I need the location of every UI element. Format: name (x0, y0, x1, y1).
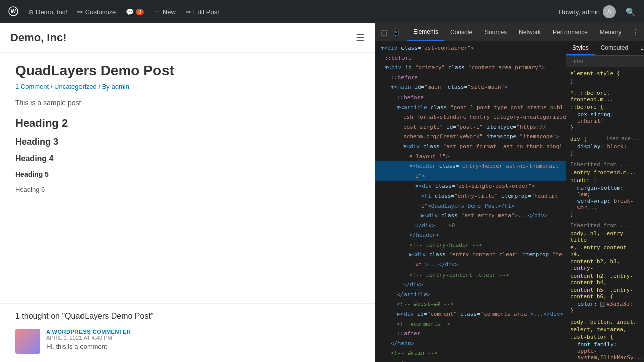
comments-section: 1 thought on "QuadLayers Demo Post" A WO… (0, 303, 375, 362)
style-prop: color: #3a3a3a; (570, 301, 640, 307)
tab-styles[interactable]: Styles (566, 41, 595, 55)
style-close-brace: } (570, 211, 640, 217)
dom-tree[interactable]: ▼<div class="ast-container"> ::before ▼<… (375, 41, 566, 362)
edit-post-button[interactable]: ✏ Edit Post (182, 0, 223, 23)
dom-line[interactable]: ▶<div class="entry-content clear" itempr… (375, 250, 566, 260)
tab-console[interactable]: Console (444, 23, 478, 41)
dom-line[interactable]: e">QuadLayers Demo Post</h1> (375, 201, 566, 211)
dom-line[interactable]: ::before (375, 93, 566, 103)
add-icon: ＋ (154, 7, 160, 16)
search-icon[interactable]: 🔍 (622, 7, 640, 17)
style-selector: ::before { (570, 104, 640, 110)
styles-panel: Styles Computed Lay... :hov element.styl… (566, 41, 644, 362)
post-title: QuadLayers Demo Post (15, 63, 360, 79)
dom-line[interactable]: schema.org/CreativeWork" itemscope="item… (375, 132, 566, 142)
customize-icon: ✏ (77, 8, 83, 16)
post-excerpt: This is a sample post (15, 99, 360, 107)
style-selector: content h2, .entry-content h4, (570, 273, 640, 286)
dom-line-selected[interactable]: ▼<header class="entry-header ast-no-thum… (375, 161, 566, 171)
site-name-button[interactable]: ⊕ Demo, Inc! (24, 0, 71, 23)
customize-button[interactable]: ✏ Customize (73, 0, 120, 23)
new-button[interactable]: ＋ New (150, 0, 180, 23)
heading-3: Heading 3 (15, 137, 360, 147)
howdy-section: Howdy, admin A (555, 5, 620, 18)
devtools-panel: ⬚ 📱 Elements Console Sources Network Per… (375, 23, 644, 362)
devtools-icons: ⬚ 📱 (375, 26, 407, 38)
style-selector: content h2, h3, .entry- (570, 258, 640, 272)
style-prop: word-wrap: break-wor... (570, 198, 640, 211)
tab-memory[interactable]: Memory (594, 23, 627, 41)
style-rule-body-h1: body, h1, .entry-title e, .entry-content… (570, 230, 640, 314)
dom-line[interactable]: <h1 class="entry-title" itemprop="headli… (375, 191, 566, 201)
tab-network[interactable]: Network (513, 23, 547, 41)
dom-line[interactable]: ::after (375, 358, 566, 362)
style-selector: element.style { (570, 70, 640, 77)
dom-line[interactable]: ▼<div id="primary" class="content-area p… (375, 63, 566, 73)
dom-line[interactable]: ▼<main id="main" class="site-main"> (375, 82, 566, 93)
wp-logo-button[interactable]: W (4, 0, 22, 23)
devtools-content: ▼<div class="ast-container"> ::before ▼<… (375, 41, 644, 362)
style-close-brace: } (570, 150, 640, 156)
style-rule-element: element.style { } (570, 70, 640, 84)
dom-line[interactable]: ▼<div class="ast-post-format- ast-no-thu… (375, 142, 566, 152)
dom-line[interactable]: </div> (375, 280, 566, 290)
post-content: QuadLayers Demo Post 1 Comment / Uncateg… (0, 53, 375, 303)
dom-line[interactable]: post single" id="post-1" itemtype="https… (375, 122, 566, 132)
dom-line[interactable]: e-layout-1"> (375, 152, 566, 162)
dom-line[interactable]: ::after (375, 329, 566, 339)
dom-line[interactable]: ::before (375, 53, 566, 63)
dom-line[interactable]: </div> == $0 (375, 221, 566, 231)
style-prop: display: block; (570, 143, 640, 150)
tab-elements[interactable]: Elements (407, 23, 444, 41)
style-selector: body, button, input, (570, 319, 640, 325)
tab-sources[interactable]: Sources (478, 23, 513, 41)
dom-line[interactable]: <! #comments > (375, 319, 566, 329)
dom-line[interactable]: ::before (375, 73, 566, 83)
heading-5: Heading 5 (15, 170, 360, 178)
devtools-more-icon[interactable]: ⋮ (628, 27, 644, 37)
style-selector: body, h1, .entry-title (570, 230, 640, 243)
styles-content: element.style { } *, ::before, frontend.… (566, 67, 644, 362)
tab-performance[interactable]: Performance (547, 23, 594, 41)
comments-icon: 💬 (126, 8, 134, 16)
dom-line[interactable]: ▼<div class="ast-container"> (375, 43, 566, 53)
tab-layout[interactable]: Lay... (634, 41, 644, 55)
comments-title: 1 thought on "QuadLayers Demo Post" (15, 312, 360, 321)
tab-computed[interactable]: Computed (595, 41, 634, 55)
style-selector: header { (570, 177, 640, 184)
dom-line[interactable]: </main> (375, 339, 566, 349)
heading-2: Heading 2 (15, 117, 360, 130)
styles-filter-input[interactable] (570, 58, 644, 65)
edit-icon: ✏ (186, 8, 191, 16)
dom-line-selected[interactable]: 1"> (375, 171, 566, 182)
dom-line[interactable]: <!-- .entry-content .clear --> (375, 270, 566, 280)
comment-item: A WORDPRESS COMMENTER APRIL 1, 2021 AT 4… (15, 329, 360, 354)
comments-button[interactable]: 💬 0 (122, 0, 148, 23)
style-selector: .ast-button { (570, 334, 640, 340)
dom-line[interactable]: ish format-standarc hentry category-unca… (375, 112, 566, 122)
hamburger-icon[interactable]: ☰ (356, 32, 365, 44)
dom-line[interactable]: <!-- .entry-header --> (375, 240, 566, 250)
wp-preview: Demo, Inc! ☰ QuadLayers Demo Post 1 Comm… (0, 23, 375, 362)
style-prop: margin-bottom: 1em; (570, 185, 640, 198)
comment-text: Hi, this is a comment. (46, 343, 131, 350)
dom-line[interactable]: </article> (375, 290, 566, 300)
dom-line[interactable]: <!-- #post-## --> (375, 299, 566, 309)
dom-line[interactable]: ▼<article class="post-1 post type-post s… (375, 103, 566, 113)
device-icon[interactable]: 📱 (390, 26, 403, 38)
main-layout: Demo, Inc! ☰ QuadLayers Demo Post 1 Comm… (0, 23, 644, 362)
dom-line[interactable]: xt">...</div> (375, 260, 566, 270)
dom-line[interactable]: ▶<div id="comment" class="comments area"… (375, 309, 566, 319)
comment-avatar (15, 329, 40, 354)
style-close-brace: } (570, 307, 640, 314)
dom-line[interactable]: ▼<div class="ast-single-post-order"> (375, 181, 566, 191)
inspect-icon[interactable]: ⬚ (379, 26, 389, 38)
dom-line[interactable]: <!-- #main --> (375, 348, 566, 358)
style-source-comment: User age... (607, 136, 640, 143)
inherited-label: Inherited from ... (570, 161, 640, 168)
dom-line[interactable]: </header> (375, 230, 566, 240)
dom-line[interactable]: ▶<div class="ast-entry-meta">...</div> (375, 211, 566, 221)
comment-author[interactable]: A WORDPRESS COMMENTER (46, 329, 131, 335)
style-rule-entry-header: .entry-frontend.m... header { margin-bot… (570, 169, 640, 217)
style-rule-universal: *, ::before, frontend.m... ::before { bo… (570, 89, 640, 131)
